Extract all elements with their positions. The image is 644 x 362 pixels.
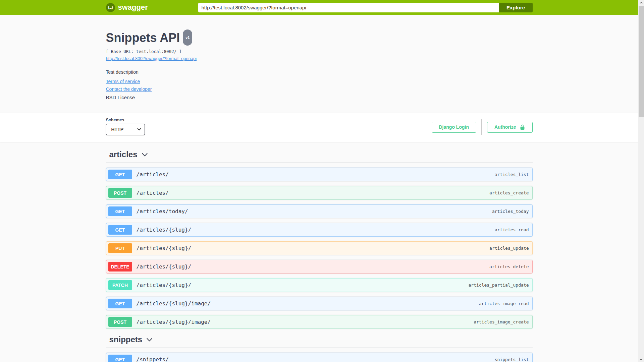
download-url-form: Explore	[198, 3, 533, 12]
scheme-container: Schemes HTTP Django Login Authorize	[0, 113, 638, 142]
operation-row[interactable]: PUT /articles/{slug}/ articles_update	[106, 241, 533, 255]
section-chevron-icon[interactable]	[142, 152, 148, 158]
chevron-down-icon	[640, 358, 643, 360]
operation-row[interactable]: PATCH /articles/{slug}/ articles_partial…	[106, 278, 533, 292]
operation-path: /articles/{slug}/	[137, 263, 192, 270]
operation-row[interactable]: POST /articles/ articles_create	[106, 186, 533, 200]
version-badge: v1	[183, 29, 192, 46]
section: snippets GET /snippets/ snippets_list	[106, 334, 533, 362]
operation-id: articles_list	[495, 172, 529, 177]
operation-path: /articles/{slug}/	[137, 227, 192, 233]
method-badge: POST	[108, 188, 132, 198]
scrollbar-thumb[interactable]	[639, 6, 644, 117]
swagger-logo-icon: {…}	[106, 3, 115, 12]
brand-text: swagger	[118, 3, 148, 12]
terms-of-service-link[interactable]: Terms of service	[106, 79, 533, 84]
operation-id: articles_create	[489, 190, 529, 195]
operation-path: /articles/{slug}/	[137, 245, 192, 251]
method-badge: GET	[108, 299, 132, 308]
brand[interactable]: {…} swagger	[106, 3, 148, 12]
scrollbar-up-button[interactable]	[638, 0, 644, 6]
operation-id: articles_today	[492, 209, 529, 214]
page-title: Snippets APIv1	[106, 31, 533, 47]
operation-id: articles_delete	[489, 264, 529, 269]
schemes-selected-value: HTTP	[111, 127, 124, 132]
auth-wrapper: Django Login Authorize	[432, 119, 533, 135]
page: {…} swagger Explore Snippets APIv1 [ Bas…	[0, 0, 638, 362]
operation-list: GET /snippets/ snippets_list	[106, 353, 533, 362]
chevron-up-icon	[640, 2, 643, 4]
chevron-down-icon	[137, 128, 141, 131]
operation-id: articles_partial_update	[468, 283, 529, 288]
unlock-icon	[520, 124, 525, 130]
section-header[interactable]: snippets	[106, 334, 533, 348]
method-badge: GET	[108, 206, 132, 216]
operation-row[interactable]: GET /articles/today/ articles_today	[106, 204, 533, 218]
method-badge: GET	[108, 170, 132, 179]
topbar: {…} swagger Explore	[0, 0, 638, 15]
section-title: articles	[109, 150, 138, 159]
operation-id: articles_update	[489, 246, 529, 251]
authorize-label: Authorize	[494, 124, 516, 130]
explore-button[interactable]: Explore	[499, 3, 533, 12]
operation-path: /articles/{slug}/image/	[137, 300, 211, 307]
operations-sections: articles GET /articles/ articles_list PO…	[106, 142, 533, 362]
method-badge: PUT	[108, 243, 132, 253]
operation-path: /articles/{slug}/	[137, 282, 192, 288]
operation-id: articles_image_create	[474, 319, 529, 324]
operation-row[interactable]: GET /snippets/ snippets_list	[106, 353, 533, 362]
contact-developer-link[interactable]: Contact the developer	[106, 86, 533, 92]
scrollbar-down-button[interactable]	[638, 356, 644, 362]
method-badge: GET	[108, 355, 132, 362]
method-badge: GET	[108, 225, 132, 235]
operation-row[interactable]: DELETE /articles/{slug}/ articles_delete	[106, 260, 533, 274]
operation-row[interactable]: GET /articles/{slug}/ articles_read	[106, 223, 533, 237]
information-container: Snippets APIv1 [ Base URL: test.local:80…	[0, 15, 638, 113]
django-login-label: Django Login	[439, 124, 469, 130]
operation-id: snippets_list	[495, 357, 529, 362]
url-input[interactable]	[198, 3, 499, 12]
scrollbar-track[interactable]	[638, 0, 644, 362]
operation-id: articles_image_read	[479, 301, 529, 306]
method-badge: PATCH	[108, 280, 132, 290]
operation-row[interactable]: POST /articles/{slug}/image/ articles_im…	[106, 315, 533, 329]
section-header[interactable]: articles	[106, 148, 533, 163]
section: articles GET /articles/ articles_list PO…	[106, 148, 533, 329]
method-badge: POST	[108, 317, 132, 327]
authorize-button[interactable]: Authorize	[487, 122, 533, 133]
auth-divider	[481, 119, 482, 135]
operation-path: /articles/	[137, 190, 169, 196]
schemes-block: Schemes HTTP	[106, 118, 145, 135]
api-title-text: Snippets API	[106, 31, 180, 45]
section-chevron-icon[interactable]	[146, 337, 153, 343]
operation-list: GET /articles/ articles_list POST /artic…	[106, 168, 533, 329]
spec-link[interactable]: http://test.local:8002/swagger/?format=o…	[106, 56, 197, 61]
operation-path: /articles/	[137, 171, 169, 178]
schemes-select[interactable]: HTTP	[106, 124, 145, 135]
license-text: BSD License	[106, 95, 533, 100]
schemes-label: Schemes	[106, 118, 145, 122]
api-description: Test description	[106, 69, 533, 75]
operation-path: /snippets/	[137, 356, 169, 362]
operation-path: /articles/{slug}/image/	[137, 319, 211, 325]
operation-row[interactable]: GET /articles/ articles_list	[106, 168, 533, 181]
operation-path: /articles/today/	[137, 208, 188, 215]
method-badge: DELETE	[108, 262, 132, 272]
operation-row[interactable]: GET /articles/{slug}/image/ articles_ima…	[106, 297, 533, 310]
section-title: snippets	[109, 335, 143, 344]
base-url: [ Base URL: test.local:8002/ ]	[106, 49, 533, 54]
operation-id: articles_read	[495, 227, 529, 232]
django-login-button[interactable]: Django Login	[432, 122, 476, 133]
